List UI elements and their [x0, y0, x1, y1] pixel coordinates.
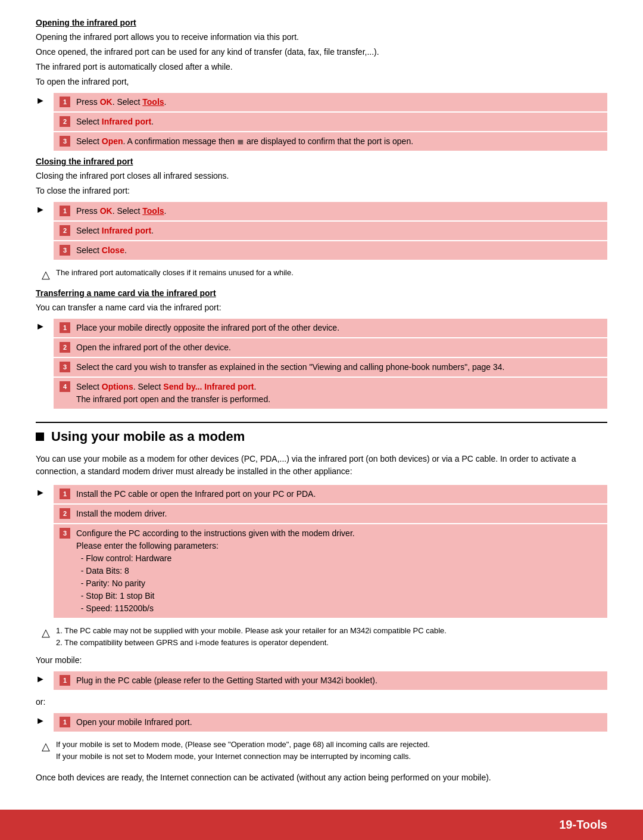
your-mobile-label: Your mobile: [36, 654, 607, 667]
footer-label: Tools [576, 818, 607, 831]
arrow-marker-modem: ► [36, 485, 54, 619]
opening-steps-block: 1 Press OK. Select Tools. 2 Select Infra… [54, 93, 607, 152]
modem-steps-block: 1 Install the PC cable or open the Infra… [54, 485, 607, 619]
modem-step-2: 2 Install the modem driver. [54, 505, 607, 523]
arrow-marker-mobile: ► [36, 671, 54, 691]
modem-step-3: 3 Configure the PC according to the inst… [54, 524, 607, 618]
modem-step-num-2: 2 [60, 508, 70, 519]
closing-text: Once both devices are ready, the Interne… [36, 771, 607, 784]
transfer-steps-block: 1 Place your mobile directly opposite th… [54, 319, 607, 410]
modem-warning-box: △ 1. The PC cable may not be supplied wi… [36, 625, 607, 648]
transfer-step-2-text: Open the infrared port of the other devi… [76, 341, 601, 354]
modem-main-heading: Using your mobile as a modem [36, 429, 607, 444]
heading-square-icon [36, 433, 44, 441]
opening-step-1: 1 Press OK. Select Tools. [54, 93, 607, 111]
modem-section: Using your mobile as a modem You can use… [36, 422, 607, 784]
mobile-step-1: 1 Plug in the PC cable (please refer to … [54, 671, 607, 690]
opening-para-2: Once opened, the infrared port can be us… [36, 46, 607, 58]
arrow-marker-3: ► [36, 319, 54, 410]
step-num-2: 2 [60, 116, 70, 127]
or-step-1: 1 Open your mobile Infrared port. [54, 713, 607, 732]
transfer-step-num-2: 2 [60, 342, 70, 353]
warning-icon-1: △ [42, 268, 50, 281]
opening-infrared-section: Opening the infrared port Opening the in… [36, 18, 607, 152]
transfer-para-1: You can transfer a name card via the inf… [36, 301, 607, 314]
closing-warning-text: The infrared port automatically closes i… [56, 267, 294, 279]
modem-step-1: 1 Install the PC cable or open the Infra… [54, 485, 607, 503]
section-divider [36, 422, 607, 423]
mobile-steps: ► 1 Plug in the PC cable (please refer t… [36, 671, 607, 691]
opening-step-1-text: Press OK. Select Tools. [76, 96, 601, 108]
closing-para-2: To close the infrared port: [36, 185, 607, 197]
step-num-3: 3 [60, 136, 70, 147]
opening-step-2: 2 Select Infrared port. [54, 113, 607, 131]
modem-step-3-text: Configure the PC according to the instru… [76, 527, 601, 615]
or-step-num-1: 1 [60, 717, 70, 727]
arrow-marker-1: ► [36, 93, 54, 152]
arrow-marker-2: ► [36, 202, 54, 261]
opening-step-3-text: Select Open. A confirmation message then… [76, 135, 601, 148]
opening-steps: ► 1 Press OK. Select Tools. 2 Select Inf… [36, 93, 607, 152]
transfer-step-1: 1 Place your mobile directly opposite th… [54, 319, 607, 337]
closing-step-3-text: Select Close. [76, 244, 601, 257]
opening-step-2-text: Select Infrared port. [76, 116, 601, 128]
transfer-step-num-3: 3 [60, 362, 70, 372]
transfer-heading: Transferring a name card via the infrare… [36, 288, 607, 298]
modem-step-num-3: 3 [60, 528, 70, 539]
closing-step-1: 1 Press OK. Select Tools. [54, 202, 607, 220]
modem-step-2-text: Install the modem driver. [76, 508, 601, 520]
closing-step-num-3: 3 [60, 245, 70, 256]
closing-step-num-2: 2 [60, 225, 70, 236]
opening-step-3: 3 Select Open. A confirmation message th… [54, 132, 607, 151]
transfer-step-3-text: Select the card you wish to transfer as … [76, 361, 601, 374]
closing-step-1-text: Press OK. Select Tools. [76, 205, 601, 217]
transfer-step-num-1: 1 [60, 322, 70, 333]
modem-step-num-1: 1 [60, 489, 70, 499]
closing-step-2: 2 Select Infrared port. [54, 222, 607, 240]
transfer-steps: ► 1 Place your mobile directly opposite … [36, 319, 607, 410]
transfer-step-1-text: Place your mobile directly opposite the … [76, 322, 601, 334]
modem-step-1-text: Install the PC cable or open the Infrare… [76, 488, 601, 500]
closing-step-num-1: 1 [60, 206, 70, 216]
transfer-section: Transferring a name card via the infrare… [36, 288, 607, 410]
modem-steps: ► 1 Install the PC cable or open the Inf… [36, 485, 607, 619]
transfer-step-num-4: 4 [60, 381, 70, 392]
closing-infrared-section: Closing the infrared port Closing the in… [36, 157, 607, 281]
or-steps: ► 1 Open your mobile Infrared port. [36, 713, 607, 733]
closing-steps-block: 1 Press OK. Select Tools. 2 Select Infra… [54, 202, 607, 261]
or-step-1-text: Open your mobile Infrared port. [76, 716, 601, 729]
closing-para-1: Closing the infrared port closes all inf… [36, 170, 607, 182]
modem-heading-text: Using your mobile as a modem [51, 429, 245, 444]
footer-bar: 19-Tools [0, 810, 643, 840]
closing-steps: ► 1 Press OK. Select Tools. 2 Select Inf… [36, 202, 607, 261]
warning-icon-modem: △ [42, 626, 50, 639]
closing-infrared-heading: Closing the infrared port [36, 157, 607, 166]
transfer-step-4-text: Select Options. Select Send by... Infrar… [76, 381, 601, 406]
mobile-step-num-1: 1 [60, 675, 70, 686]
opening-para-4: To open the infrared port, [36, 76, 607, 88]
transfer-step-4: 4 Select Options. Select Send by... Infr… [54, 378, 607, 409]
transfer-step-3: 3 Select the card you wish to transfer a… [54, 358, 607, 377]
closing-step-2-text: Select Infrared port. [76, 225, 601, 237]
transfer-step-2: 2 Open the infrared port of the other de… [54, 338, 607, 357]
warning-icon-modem-mode: △ [42, 740, 50, 753]
closing-warning-box: △ The infrared port automatically closes… [36, 267, 607, 281]
footer-page-num: 19- [559, 818, 576, 831]
or-label: or: [36, 696, 607, 708]
or-steps-block: 1 Open your mobile Infrared port. [54, 713, 607, 733]
closing-step-3: 3 Select Close. [54, 241, 607, 260]
modem-mode-warning-text: If your mobile is set to Modem mode, (Pl… [56, 739, 430, 762]
modem-intro: You can use your mobile as a modem for o… [36, 453, 607, 478]
opening-infrared-heading: Opening the infrared port [36, 18, 607, 27]
modem-warning-text: 1. The PC cable may not be supplied with… [56, 625, 447, 648]
mobile-steps-block: 1 Plug in the PC cable (please refer to … [54, 671, 607, 691]
mobile-step-1-text: Plug in the PC cable (please refer to th… [76, 674, 601, 687]
opening-para-3: The infrared port is automatically close… [36, 61, 607, 73]
arrow-marker-or: ► [36, 713, 54, 733]
step-num-1: 1 [60, 97, 70, 107]
opening-para-1: Opening the infrared port allows you to … [36, 31, 607, 43]
modem-mode-warning-box: △ If your mobile is set to Modem mode, (… [36, 739, 607, 762]
